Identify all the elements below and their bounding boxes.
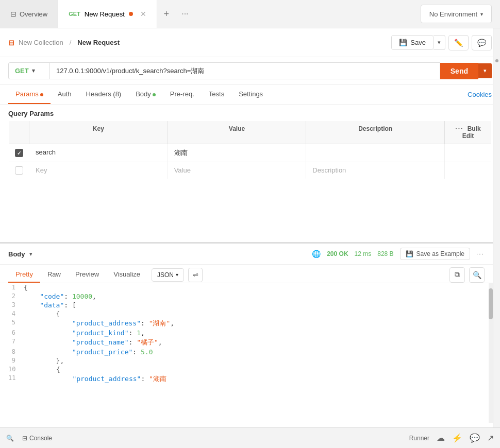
comment-icon: 💬 [477, 39, 486, 47]
resp-tab-preview[interactable]: Preview [68, 267, 106, 283]
param-checkbox-1[interactable] [9, 162, 29, 179]
param-value-0[interactable]: 湖南 [168, 144, 307, 162]
tab-settings-label: Settings [239, 90, 263, 98]
param-key-1[interactable]: Key [29, 162, 168, 179]
console-icon: ⊟ [22, 435, 27, 442]
param-action-1 [445, 162, 491, 179]
copy-response-button[interactable]: ⧉ [449, 267, 465, 283]
tab-settings[interactable]: Settings [231, 85, 270, 104]
tab-more-button[interactable]: ··· [176, 0, 194, 28]
tab-headers[interactable]: Headers (8) [79, 85, 129, 104]
param-description-0[interactable] [306, 144, 445, 162]
send-chevron-icon: ▾ [484, 67, 487, 74]
console-button[interactable]: ⊟ Console [22, 435, 52, 442]
response-more-button[interactable]: ··· [476, 250, 485, 257]
save-button-group: 💾 Save ▾ [391, 35, 445, 50]
tab-request[interactable]: GET New Request ✕ [58, 0, 157, 28]
response-size: 828 B [377, 250, 393, 257]
param-description-1[interactable]: Description [306, 162, 445, 179]
response-body-label: Body [8, 250, 25, 258]
resp-tab-raw-label: Raw [47, 270, 61, 278]
wrap-button[interactable]: ⇌ [188, 268, 203, 282]
checkbox-unchecked[interactable] [15, 166, 23, 175]
save-button[interactable]: 💾 Save [391, 35, 434, 50]
save-dropdown-button[interactable]: ▾ [434, 35, 445, 50]
send-dropdown-button[interactable]: ▾ [478, 63, 492, 78]
json-line-8: 8 "product_price": 5.0 [0, 348, 493, 356]
lightning-icon[interactable]: ⚡ [452, 433, 462, 443]
globe-icon: 🌐 [312, 250, 321, 258]
search-bottom-button[interactable]: 🔍 [6, 435, 14, 442]
param-row-1: Key Value Description [9, 162, 491, 179]
json-line-3: 3 "data": [ [0, 301, 493, 309]
tab-params-label: Params [15, 90, 39, 98]
resp-tab-visualize-label: Visualize [113, 270, 140, 278]
response-header: Body ▾ 🌐 200 OK 12 ms 828 B 💾 Save as Ex… [0, 244, 493, 265]
response-status-info: 🌐 200 OK 12 ms 828 B 💾 Save as Example ·… [312, 248, 485, 260]
body-dropdown-icon[interactable]: ▾ [29, 251, 32, 257]
method-label: GET [15, 67, 29, 75]
breadcrumb-separator: / [70, 39, 72, 46]
copy-icon: ⧉ [455, 270, 460, 279]
overview-icon: ⊟ [10, 10, 16, 18]
tab-body[interactable]: Body [128, 85, 163, 104]
response-section: Body ▾ 🌐 200 OK 12 ms 828 B 💾 Save as Ex… [0, 242, 493, 427]
search-response-button[interactable]: 🔍 [469, 267, 485, 283]
breadcrumb-collection[interactable]: New Collection [19, 39, 63, 46]
save-example-button[interactable]: 💾 Save as Example [400, 248, 470, 260]
url-input[interactable] [49, 62, 440, 79]
edit-button[interactable]: ✏️ [448, 35, 469, 50]
status-code: 200 OK [327, 250, 348, 257]
save-example-icon: 💾 [406, 250, 413, 257]
resp-tab-pretty[interactable]: Pretty [8, 267, 40, 283]
chat-icon[interactable]: 💬 [470, 433, 480, 443]
tab-tests-label: Tests [209, 90, 224, 98]
cloud-icon[interactable]: ☁ [437, 433, 445, 443]
resp-tab-raw[interactable]: Raw [40, 267, 68, 283]
request-header: ⊟ New Collection / New Request 💾 Save ▾ … [0, 28, 500, 57]
plus-icon: + [164, 9, 170, 20]
tab-tests[interactable]: Tests [202, 85, 231, 104]
method-chevron-icon: ▾ [32, 67, 35, 74]
body-dot [153, 93, 156, 96]
cookies-link[interactable]: Cookies [468, 91, 492, 98]
tab-params[interactable]: Params [8, 85, 51, 104]
scrollbar-thumb[interactable] [489, 288, 493, 319]
resp-tab-visualize[interactable]: Visualize [106, 267, 147, 283]
share-icon[interactable]: ↗ [487, 433, 494, 443]
json-viewer[interactable]: 1 { 2 "code": 10000, 3 "data": [ 4 { 5 "… [0, 283, 493, 423]
tab-body-label: Body [136, 90, 151, 98]
save-icon: 💾 [399, 39, 407, 46]
param-checkbox-0[interactable]: ✓ [9, 144, 29, 162]
col-description-header: Description [306, 121, 445, 144]
tab-auth[interactable]: Auth [51, 85, 79, 104]
param-row-0: ✓ search 湖南 [9, 144, 491, 162]
checkbox-checked[interactable]: ✓ [15, 149, 23, 157]
query-params-title: Query Params [0, 105, 500, 120]
tab-close-icon[interactable]: ✕ [140, 10, 146, 18]
json-line-11: 11 "product_address": "湖南 [0, 374, 493, 384]
tab-prereq[interactable]: Pre-req. [163, 85, 202, 104]
format-selector[interactable]: JSON ▾ [152, 268, 184, 282]
param-value-1[interactable]: Value [168, 162, 307, 179]
comment-button[interactable]: 💬 [472, 35, 492, 50]
col-value-header: Value [168, 121, 307, 144]
tab-method-badge: GET [69, 11, 80, 17]
json-line-4: 4 { [0, 309, 493, 318]
tab-add-button[interactable]: + [157, 0, 176, 28]
tab-overview[interactable]: ⊟ Overview [0, 0, 58, 28]
method-selector[interactable]: GET ▾ [8, 62, 49, 79]
bulk-edit-label[interactable]: Bulk Edit [462, 125, 481, 140]
tab-prereq-label: Pre-req. [170, 90, 194, 98]
bottom-right-icons: Runner ☁ ⚡ 💬 ↗ [409, 433, 494, 443]
url-bar: GET ▾ Send ▾ [0, 57, 500, 85]
query-params-section: Query Params Key Value Description ··· B… [0, 105, 500, 179]
runner-label[interactable]: Runner [409, 435, 429, 442]
send-button[interactable]: Send [440, 63, 478, 79]
bulk-edit-more[interactable]: ··· [455, 125, 463, 132]
send-button-group: Send ▾ [440, 63, 492, 79]
env-selector[interactable]: No Environment ▾ [421, 5, 492, 23]
cookies-label: Cookies [468, 91, 492, 98]
console-label: Console [29, 435, 52, 442]
param-key-0[interactable]: search [29, 144, 168, 162]
